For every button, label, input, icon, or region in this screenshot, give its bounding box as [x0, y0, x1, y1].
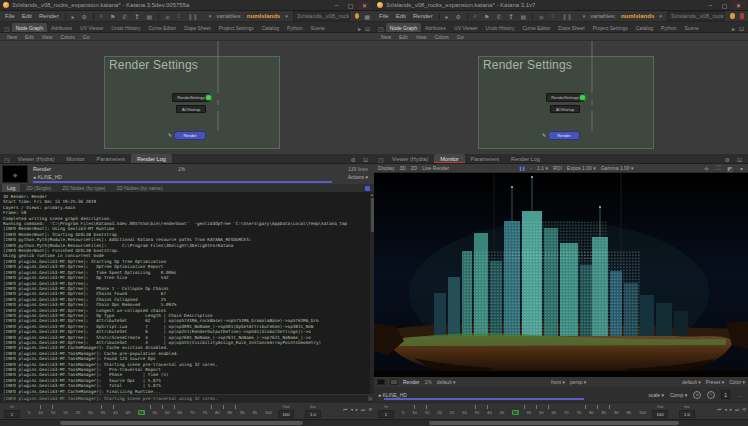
- main-tab-5[interactable]: Dope Sheet: [180, 23, 214, 32]
- go-to-end-button[interactable]: ⏭: [735, 407, 739, 412]
- catalog-item[interactable]: ● KLINE_HD: [33, 174, 62, 180]
- pane-tab-0[interactable]: Viewer (Hydra): [386, 154, 435, 163]
- tab-overflow-icon[interactable]: ▸: [730, 25, 737, 32]
- view-flag-icon[interactable]: [580, 95, 585, 100]
- main-tab-6[interactable]: Project Settings: [215, 23, 258, 32]
- play-icon[interactable]: ▸: [444, 13, 449, 20]
- render-log-output[interactable]: 3D Render: Render Start Time: Fri Dec 13…: [0, 192, 374, 394]
- step-back-button[interactable]: ◂: [350, 407, 352, 412]
- play-button[interactable]: ▸: [356, 407, 358, 412]
- pane-tab-1[interactable]: Monitor: [60, 154, 90, 163]
- flag-icon[interactable]: ⚑: [109, 13, 116, 20]
- node-rendersettings[interactable]: RenderSettings: [546, 93, 584, 102]
- edit-icon[interactable]: ✎: [707, 391, 715, 399]
- monitor-viewport[interactable]: [374, 173, 748, 377]
- alert-icon[interactable]: ❢: [507, 13, 514, 20]
- compare-icon[interactable]: ◩: [726, 165, 734, 172]
- gear-icon[interactable]: ⚙: [723, 156, 732, 163]
- pane-tab-2[interactable]: Parameters: [91, 154, 131, 163]
- record-icon[interactable]: ◉: [164, 13, 171, 20]
- menu-render[interactable]: Render: [412, 13, 434, 19]
- record-icon[interactable]: ◉: [538, 13, 545, 20]
- titlebar[interactable]: 3xIslands_v08_rocks_expansion.katana* - …: [374, 0, 748, 11]
- catalog-item[interactable]: ● KLINE_HD: [378, 392, 407, 398]
- scroll-right-icon[interactable]: ▸: [368, 396, 373, 401]
- go-to-start-button[interactable]: ⏮: [343, 407, 347, 412]
- main-tab-3[interactable]: Undo History: [108, 23, 145, 32]
- phone-icon[interactable]: ✆: [495, 13, 502, 20]
- out-value-field[interactable]: 100: [652, 410, 668, 418]
- go-to-end-button[interactable]: ⏭: [361, 407, 365, 412]
- inc-value-field[interactable]: 1.0: [305, 410, 321, 418]
- gear-icon[interactable]: ⚙: [80, 13, 87, 20]
- scene-file-tab[interactable]: 3xIslands_v08_rocks_Re: [293, 11, 350, 21]
- maximize-button[interactable]: ▢: [718, 1, 731, 10]
- back-buffer-swatch[interactable]: [390, 379, 398, 385]
- log-subtab-3[interactable]: 2D Nodes (by name): [111, 184, 167, 192]
- view-3d-button[interactable]: 3D: [399, 165, 405, 171]
- float-pane-icon[interactable]: ⊡: [361, 156, 370, 163]
- inc-value-field[interactable]: 1.0: [679, 410, 695, 418]
- expand-icon[interactable]: ⛶: [715, 165, 721, 172]
- ng-menu-colors[interactable]: Colors: [434, 34, 448, 40]
- main-tab-9[interactable]: Scene: [681, 23, 703, 32]
- ng-menu-new[interactable]: New: [7, 34, 17, 40]
- log-subtab-0[interactable]: Log: [2, 184, 20, 192]
- main-tab-8[interactable]: Python: [283, 23, 307, 32]
- default-dropdown[interactable]: default ▾: [682, 379, 701, 385]
- node-aovsetup[interactable]: AOVsetup: [550, 105, 580, 113]
- main-tab-1[interactable]: Attributes: [47, 23, 76, 32]
- pane-tab-2[interactable]: Parameters: [465, 154, 505, 163]
- flag-icon[interactable]: ⚑: [483, 13, 490, 20]
- frame-ruler[interactable]: 5101520253035404550556065707580859095100: [28, 405, 272, 418]
- pause-render-button[interactable]: ❚❚: [519, 166, 526, 171]
- ng-menu-view[interactable]: View: [42, 34, 53, 40]
- color-dropdown[interactable]: Color ▾: [729, 379, 745, 385]
- chevron-down-icon[interactable]: ▾: [209, 13, 212, 19]
- play-icon[interactable]: ▸: [70, 13, 75, 20]
- pane-tab-3[interactable]: Render Log: [505, 154, 546, 163]
- grid-icon[interactable]: ▦: [364, 13, 370, 20]
- timeline-scrollbar[interactable]: [374, 419, 748, 426]
- main-tab-1[interactable]: Attributes: [421, 23, 450, 32]
- panel-icon[interactable]: ▤: [519, 13, 527, 20]
- menu-file[interactable]: File: [378, 13, 390, 19]
- main-tab-5[interactable]: Dope Sheet: [554, 23, 588, 32]
- main-tab-2[interactable]: UV Viewer: [76, 23, 108, 32]
- main-tab-7[interactable]: Catalog: [632, 23, 657, 32]
- pane-icon[interactable]: ◳: [2, 156, 12, 163]
- phone-icon[interactable]: ✆: [121, 13, 128, 20]
- live-render-button[interactable]: Live Render: [422, 165, 449, 171]
- ng-menu-edit[interactable]: Edit: [399, 34, 408, 40]
- node-rendersettings[interactable]: RenderSettings: [172, 93, 210, 102]
- go-to-start-button[interactable]: ⏮: [717, 407, 721, 412]
- timeline-scrollbar[interactable]: [0, 419, 374, 426]
- variables-value[interactable]: numIslands: [621, 13, 654, 19]
- node-render[interactable]: ✎ Render: [174, 131, 206, 140]
- menu-icon[interactable]: ≡: [176, 13, 182, 19]
- float-pane-icon[interactable]: ⊡: [363, 25, 372, 32]
- main-tab-6[interactable]: Project Settings: [589, 23, 632, 32]
- chevron-down-icon[interactable]: ▾: [583, 13, 586, 19]
- float-pane-icon[interactable]: ⊡: [735, 156, 744, 163]
- display-dropdown[interactable]: Display: [378, 165, 394, 171]
- pane-icon[interactable]: ◳: [376, 156, 386, 163]
- in-value-field[interactable]: 1: [378, 410, 394, 418]
- more-icon[interactable]: …: [736, 392, 744, 398]
- main-tab-2[interactable]: UV Viewer: [450, 23, 482, 32]
- step-back-button[interactable]: ◂: [724, 407, 726, 412]
- close-button[interactable]: ✕: [732, 1, 745, 10]
- chevron-down-icon[interactable]: ▾: [285, 13, 288, 19]
- main-tab-3[interactable]: Undo History: [482, 23, 519, 32]
- titlebar[interactable]: 3xIslands_v08_rocks_expansion.katana* - …: [0, 0, 374, 11]
- loop-button[interactable]: ⟲: [368, 407, 372, 412]
- pause-icon[interactable]: ❚❚: [187, 13, 199, 20]
- log-subtab-1[interactable]: 2D (Single): [21, 184, 56, 192]
- ng-menu-go[interactable]: Go: [83, 34, 90, 40]
- ng-menu-view[interactable]: View: [416, 34, 427, 40]
- render-thumbnail[interactable]: ◆: [2, 165, 28, 183]
- variables-value[interactable]: numIslands: [247, 13, 280, 19]
- chevron-down-icon[interactable]: ▾: [739, 165, 744, 172]
- gear-icon[interactable]: ⚙: [349, 156, 358, 163]
- view-persp-dropdown[interactable]: persp ▾: [570, 379, 586, 385]
